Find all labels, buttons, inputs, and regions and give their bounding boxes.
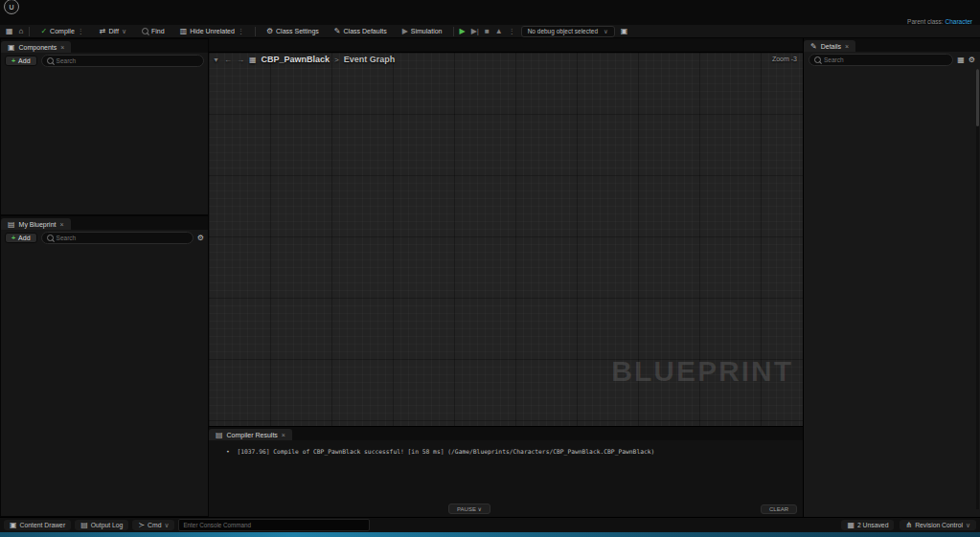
console-command-input[interactable]: Enter Console Command	[178, 519, 370, 531]
my-blueprint-search-input[interactable]: Search	[41, 232, 194, 244]
search-icon	[814, 56, 821, 63]
diff-button[interactable]: ⇄Diff∨	[95, 26, 131, 36]
eject-button[interactable]: ▲	[495, 27, 503, 35]
tab-my-blueprint[interactable]: ▤My Blueprint×	[1, 218, 71, 230]
cmd-dropdown[interactable]: ≻Cmd∨	[132, 520, 174, 530]
my-blueprint-panel: ▤My Blueprint× +Add Search ⚙	[0, 215, 209, 517]
blueprint-watermark: BLUEPRINT	[611, 355, 793, 388]
debug-object-select[interactable]: No debug object selected∨	[521, 26, 615, 37]
blueprint-icon: ▤	[8, 220, 15, 229]
close-icon[interactable]: ×	[845, 43, 849, 50]
compiler-results-panel: ▤Compiler Results× • [1037.96] Compile o…	[209, 426, 803, 517]
details-search-input[interactable]: Search	[809, 54, 953, 66]
status-bar: ▣Content Drawer ▤Output Log ≻Cmd∨ Enter …	[0, 517, 980, 532]
details-scrollbar[interactable]	[976, 69, 979, 509]
content-drawer-icon: ▣	[10, 521, 17, 529]
add-blueprint-item-button[interactable]: +Add	[5, 233, 37, 243]
parent-class-label: Parent class:	[907, 18, 944, 25]
parent-class-link[interactable]: Character	[945, 18, 972, 25]
pencil-icon: ✎	[334, 27, 341, 35]
taskbar-strip	[0, 532, 980, 537]
debug-browse-icon[interactable]: ▣	[621, 27, 628, 35]
play-options-icon[interactable]: ⋮	[509, 28, 515, 35]
components-panel: ▣Components× +Add Search	[0, 38, 209, 215]
breadcrumb-root[interactable]: CBP_PawnBlack	[262, 55, 330, 64]
compiler-message: • [1037.96] Compile of CBP_PawnBlack suc…	[209, 440, 803, 455]
my-blueprint-tab-strip: ▤My Blueprint×	[1, 216, 208, 230]
breadcrumb: ▼ ← → ▦ CBP_PawnBlack > Event Graph	[213, 55, 395, 64]
components-icon: ▣	[8, 43, 15, 52]
pause-button[interactable]: PAUSE ∨	[448, 503, 490, 514]
toolbar-separator	[453, 27, 454, 36]
frame-skip-button[interactable]: ▶|	[471, 27, 479, 35]
components-search-input[interactable]: Search	[41, 55, 204, 67]
toolbar-separator	[255, 27, 256, 36]
hide-unrelated-button[interactable]: ▥Hide Unrelated⋮	[175, 26, 249, 36]
display-filter-icon[interactable]: ▦	[957, 56, 965, 64]
log-icon: ▤	[216, 431, 223, 439]
close-icon[interactable]: ×	[60, 44, 64, 51]
breadcrumb-current: Event Graph	[344, 55, 396, 64]
details-tab-strip: ✎Details×	[804, 38, 980, 52]
graph-tab-bar	[209, 38, 803, 53]
graph-icon: ▦	[249, 56, 257, 64]
play-button[interactable]: ▶	[460, 27, 466, 35]
toolbar-separator	[29, 27, 30, 36]
parent-class: Parent class: Character	[907, 18, 980, 25]
revision-control-button[interactable]: ⋔Revision Control∨	[900, 520, 976, 530]
output-log-button[interactable]: ▤Output Log	[75, 520, 128, 530]
unsaved-button[interactable]: ▦2 Unsaved	[841, 520, 894, 530]
class-settings-button[interactable]: ⚙Class Settings	[262, 26, 324, 36]
bookmark-icon[interactable]: ▼	[213, 56, 219, 63]
diff-icon: ⇄	[100, 27, 106, 35]
close-icon[interactable]: ×	[282, 432, 285, 438]
output-log-icon: ▤	[80, 521, 88, 529]
asset-tab-bar: Parent class: Character	[0, 11, 980, 25]
compile-button[interactable]: ✓Compile⋮	[35, 26, 88, 36]
compiler-tab-strip: ▤Compiler Results×	[209, 427, 803, 440]
zoom-level: Zoom -3	[772, 56, 797, 62]
breadcrumb-separator: >	[334, 56, 339, 64]
simulation-icon: ▶	[402, 27, 408, 35]
search-icon	[47, 57, 54, 64]
main-toolbar: ▦ ⌂ ✓Compile⋮ ⇄Diff∨ Find ▥Hide Unrelate…	[0, 25, 980, 38]
close-icon[interactable]: ×	[59, 221, 63, 228]
tab-details[interactable]: ✎Details×	[804, 40, 855, 52]
tab-compiler-results[interactable]: ▤Compiler Results×	[209, 429, 292, 440]
class-defaults-button[interactable]: ✎Class Defaults	[330, 26, 392, 36]
simulation-button[interactable]: ▶Simulation	[398, 26, 447, 36]
save-icon: ▦	[847, 521, 855, 529]
save-icon[interactable]: ▦	[6, 27, 13, 35]
search-icon	[142, 28, 148, 34]
details-panel: ✎Details× Search ▦ ⚙	[803, 38, 980, 517]
gear-icon[interactable]: ⚙	[969, 56, 975, 64]
add-component-button[interactable]: +Add	[5, 56, 37, 66]
unreal-editor-window: { "window": { "logo": "U", "menu": ["Fil…	[0, 0, 980, 537]
compiler-footer: PAUSE ∨ CLEAR	[209, 503, 797, 514]
compile-check-icon: ✓	[40, 27, 47, 35]
title-bar: U	[0, 0, 980, 11]
branch-icon: ⋔	[905, 521, 912, 529]
components-tab-strip: ▣Components×	[1, 39, 208, 53]
browse-asset-icon[interactable]: ⌂	[19, 27, 24, 35]
console-icon: ≻	[138, 521, 145, 529]
stop-button[interactable]: ■	[485, 27, 490, 35]
gear-icon[interactable]: ⚙	[197, 234, 204, 242]
clear-button[interactable]: CLEAR	[761, 504, 797, 514]
search-icon	[47, 235, 54, 241]
content-drawer-button[interactable]: ▣Content Drawer	[4, 520, 71, 530]
event-graph-canvas[interactable]: ▼ ← → ▦ CBP_PawnBlack > Event Graph Zoom…	[209, 53, 803, 426]
find-button[interactable]: Find	[137, 27, 170, 35]
forward-icon[interactable]: →	[237, 56, 244, 64]
back-icon[interactable]: ←	[224, 56, 232, 64]
hide-unrelated-icon: ▥	[180, 27, 188, 35]
tab-components[interactable]: ▣Components×	[1, 41, 71, 53]
gear-icon: ⚙	[266, 27, 273, 35]
details-icon: ✎	[810, 42, 817, 51]
